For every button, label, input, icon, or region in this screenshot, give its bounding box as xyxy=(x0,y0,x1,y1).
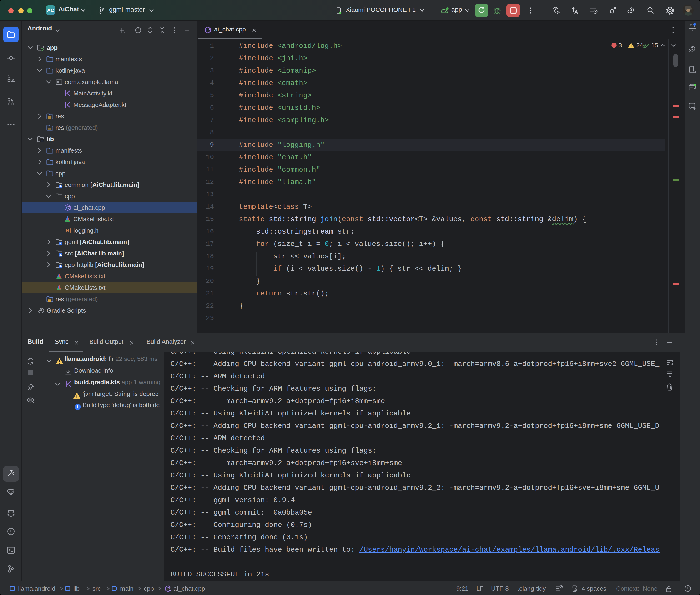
svg-text:C: C xyxy=(66,206,69,210)
svg-text:C: C xyxy=(167,587,170,591)
svg-text:C: C xyxy=(206,28,209,32)
